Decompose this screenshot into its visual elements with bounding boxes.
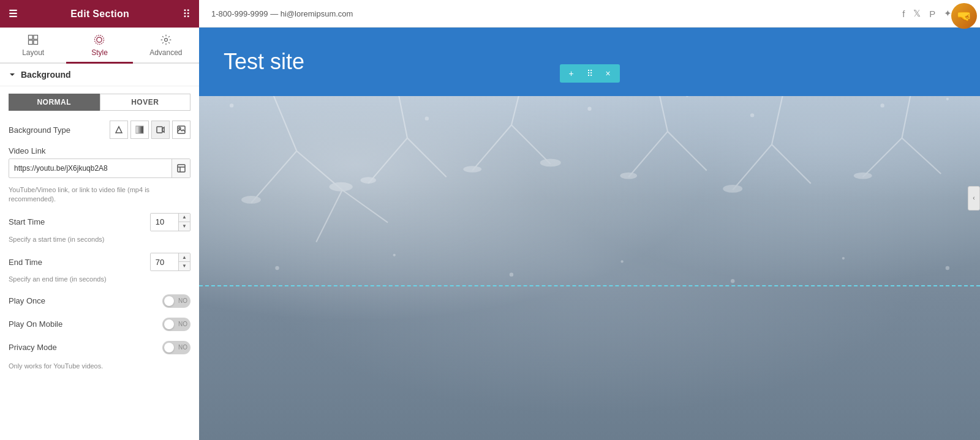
svg-line-18 <box>368 138 407 184</box>
svg-point-49 <box>946 98 949 100</box>
svg-point-34 <box>361 177 377 184</box>
video-link-media-btn[interactable] <box>172 159 190 177</box>
background-section-header[interactable]: Background <box>0 64 199 86</box>
svg-point-56 <box>946 266 949 270</box>
svg-line-15 <box>316 190 342 242</box>
svg-point-50 <box>275 266 279 270</box>
svg-line-29 <box>902 96 915 138</box>
contact-info: 1-800-999-9999 — hi@loremipsum.com <box>211 9 353 18</box>
svg-point-51 <box>393 254 396 256</box>
svg-line-30 <box>863 138 902 177</box>
play-once-toggle[interactable]: NO <box>162 294 190 308</box>
svg-line-22 <box>511 125 551 164</box>
svg-rect-0 <box>29 35 33 40</box>
privacy-mode-row: Privacy Mode NO <box>0 336 199 359</box>
svg-point-39 <box>854 173 872 179</box>
svg-rect-2 <box>29 40 33 45</box>
privacy-mode-toggle[interactable]: NO <box>162 341 190 354</box>
svg-point-35 <box>463 166 481 173</box>
svg-line-21 <box>472 125 511 170</box>
site-header: Test site <box>199 28 980 96</box>
tab-advanced-label: Advanced <box>149 48 182 57</box>
start-time-input[interactable] <box>151 214 178 231</box>
video-section <box>199 96 980 440</box>
section-move-btn[interactable]: ⠿ <box>583 67 597 80</box>
end-time-label: End Time <box>9 258 42 267</box>
end-time-up[interactable]: ▲ <box>179 253 190 262</box>
panel-body: Background NORMAL HOVER Background Type <box>0 64 199 440</box>
start-time-up[interactable]: ▲ <box>179 214 190 222</box>
video-background <box>199 96 980 440</box>
collapse-handle[interactable]: ‹ <box>968 186 980 211</box>
background-type-row: Background Type <box>0 116 199 144</box>
svg-line-31 <box>902 138 941 174</box>
play-once-value: NO <box>178 297 187 304</box>
pinterest-icon[interactable]: P <box>929 9 935 19</box>
svg-line-19 <box>407 138 447 177</box>
bg-type-video[interactable] <box>151 121 170 139</box>
bg-type-label: Background Type <box>9 125 70 135</box>
svg-point-42 <box>425 116 429 120</box>
svg-point-40 <box>230 103 233 107</box>
start-time-input-wrap: ▲ ▼ <box>150 213 190 231</box>
grid-icon[interactable]: ⠿ <box>183 7 190 21</box>
panel-header: ☰ Edit Section ⠿ <box>0 0 199 28</box>
play-mobile-value: NO <box>178 321 187 327</box>
tab-style-label: Style <box>91 48 108 57</box>
svg-point-5 <box>95 35 104 45</box>
svg-line-24 <box>628 132 668 177</box>
start-time-row: Start Time ▲ ▼ <box>0 209 199 233</box>
panel-tabs: Layout Style Advanced <box>0 28 199 64</box>
video-link-section: Video Link <box>0 144 199 183</box>
tab-style[interactable]: Style <box>66 28 132 64</box>
video-link-label: Video Link <box>9 146 190 155</box>
video-link-input[interactable] <box>9 160 172 176</box>
section-add-btn[interactable]: + <box>565 67 578 80</box>
svg-point-53 <box>621 260 624 263</box>
svg-line-28 <box>772 144 811 184</box>
privacy-mode-value: NO <box>178 344 187 351</box>
end-time-input[interactable] <box>151 253 178 270</box>
svg-point-44 <box>587 107 591 111</box>
svg-point-52 <box>510 272 513 276</box>
avatar[interactable]: 🤜 <box>951 3 977 29</box>
topbar: 1-800-999-9999 — hi@loremipsum.com f 𝕏 P… <box>199 0 980 28</box>
tab-normal[interactable]: NORMAL <box>9 94 100 111</box>
section-close-btn[interactable]: × <box>601 67 615 80</box>
svg-line-17 <box>394 96 407 138</box>
start-time-hint: Specify a start time (in seconds) <box>0 233 199 249</box>
end-time-down[interactable]: ▼ <box>179 262 190 270</box>
twitter-icon[interactable]: 𝕏 <box>913 8 921 19</box>
svg-rect-7 <box>136 126 143 133</box>
svg-rect-3 <box>34 40 38 45</box>
privacy-mode-label: Privacy Mode <box>9 343 57 352</box>
svg-point-55 <box>842 257 845 259</box>
snow-overlay <box>199 96 980 440</box>
panel-title: Edit Section <box>70 9 129 20</box>
svg-rect-11 <box>178 165 185 172</box>
tab-advanced[interactable]: Advanced <box>133 28 199 64</box>
tab-hover[interactable]: HOVER <box>100 94 191 111</box>
bg-type-image[interactable] <box>172 121 190 139</box>
svg-line-26 <box>772 96 785 144</box>
bg-type-gradient[interactable] <box>130 121 149 139</box>
end-time-spinners: ▲ ▼ <box>178 253 190 270</box>
svg-line-25 <box>668 132 707 171</box>
video-link-input-row <box>9 158 190 178</box>
svg-point-6 <box>164 39 167 42</box>
video-link-hint: YouTube/Vimeo link, or link to video fil… <box>0 183 199 209</box>
facebook-icon[interactable]: f <box>902 9 905 19</box>
start-time-spinners: ▲ ▼ <box>178 214 190 231</box>
svg-line-20 <box>511 96 524 125</box>
svg-rect-1 <box>34 35 38 40</box>
hamburger-icon[interactable]: ☰ <box>9 8 17 20</box>
svg-point-48 <box>880 103 884 107</box>
end-time-hint: Specify an end time (in seconds) <box>0 272 199 289</box>
start-time-down[interactable]: ▼ <box>179 222 190 231</box>
tab-layout[interactable]: Layout <box>0 28 66 64</box>
bg-type-color[interactable] <box>110 121 128 139</box>
svg-point-33 <box>330 182 353 192</box>
end-time-input-wrap: ▲ ▼ <box>150 253 190 271</box>
play-mobile-toggle[interactable]: NO <box>162 318 190 331</box>
play-once-label: Play Once <box>9 296 45 305</box>
